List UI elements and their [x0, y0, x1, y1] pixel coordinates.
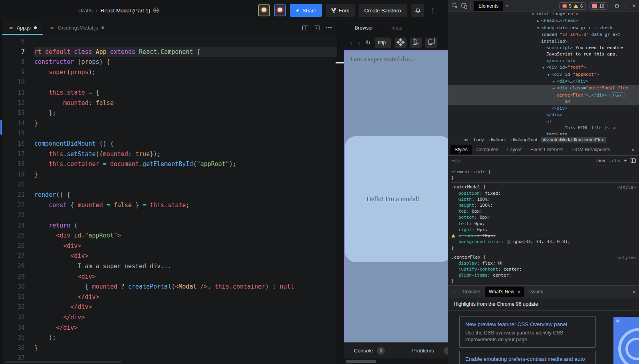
expand-arrow-icon[interactable]: ▶ — [553, 79, 557, 85]
dom-tree-node[interactable]: installed> — [448, 38, 639, 45]
code-line[interactable]: 24 return ( — [2, 221, 337, 231]
css-selector[interactable]: .outerModal — [451, 184, 480, 190]
create-sandbox-button[interactable]: Create Sandbox — [359, 4, 407, 17]
close-tab-icon[interactable]: × — [518, 289, 521, 295]
dom-tree-node[interactable]: </noscript> — [448, 58, 639, 64]
code-line[interactable]: 31 </div> — [2, 292, 337, 303]
css-selector[interactable]: element.style — [451, 169, 486, 174]
preview-tab-Tests[interactable]: Tests — [391, 25, 402, 31]
fork-button[interactable]: Fork — [326, 4, 355, 17]
tab-elements[interactable]: Elements — [474, 1, 503, 11]
code-line[interactable]: 14} — [2, 119, 337, 129]
css-rule[interactable]: .outerModal {<style>position: fixed;widt… — [451, 183, 639, 253]
code-line[interactable]: 29 <div> — [2, 272, 337, 282]
style-source-link[interactable]: <style> — [617, 184, 636, 190]
code-line[interactable]: 15 — [2, 129, 337, 139]
dom-tree-node[interactable]: ▼<div id="appRoot"> — [448, 71, 639, 78]
editor-horizontal-scrollbar[interactable] — [6, 361, 121, 363]
css-property[interactable]: justify-content: center; — [451, 266, 636, 272]
color-swatch[interactable] — [507, 240, 510, 243]
more-tabs-chevron[interactable]: » — [506, 3, 509, 9]
new-style-rule-button[interactable]: + — [624, 158, 627, 163]
back-button[interactable]: ‹ — [349, 40, 354, 46]
drawer-close-button[interactable]: × — [632, 289, 636, 295]
code-line[interactable]: 35 ); — [2, 333, 337, 343]
dom-crumb[interactable]: div#appRoot — [510, 137, 540, 142]
dom-tree-node[interactable]: This HTML file is a — [448, 125, 639, 131]
code-line[interactable]: 33 </div> — [2, 313, 337, 323]
css-property[interactable]: display: flex; — [451, 260, 636, 266]
dom-tree-node[interactable]: ▶<div>…</div> — [448, 78, 639, 85]
dom-tree-node[interactable]: ▼<body data-new-gr-c-s-check- — [448, 25, 639, 32]
css-selector[interactable]: .centerFlex — [451, 255, 480, 260]
css-property[interactable]: align-items: center; — [451, 272, 636, 278]
drawer-menu-button[interactable]: ⋮ — [451, 289, 457, 295]
dom-tree-node[interactable]: == $0 — [448, 99, 639, 105]
style-source-link[interactable]: <style> — [617, 255, 636, 261]
editor-more-button[interactable]: ••• — [325, 25, 332, 31]
inspect-element-button[interactable] — [452, 3, 458, 9]
collapse-arrow-icon[interactable]: ▼ — [542, 65, 546, 71]
code-line[interactable]: 30 { mounted ? createPortal(<Modal />, t… — [2, 282, 337, 292]
css-property[interactable]: width: 100%; — [451, 196, 636, 202]
console-status-badge[interactable]: × 5 6 — [559, 2, 586, 10]
editor-tab-App.js[interactable]: JSApp.js — [2, 21, 44, 35]
code-line[interactable]: 25 <div id="appRoot"> — [2, 231, 337, 241]
css-property[interactable]: height: 100%; — [451, 202, 636, 208]
dom-crumb[interactable]: div#root — [488, 137, 508, 142]
expand-arrow-icon[interactable]: ▶ — [537, 18, 541, 24]
devtools-menu-button[interactable]: ⋮ — [623, 2, 629, 10]
dom-tree-node[interactable]: ▶<head>…</head> — [448, 18, 639, 24]
preview-tab-Browser[interactable]: Browser — [355, 25, 373, 31]
dom-crumb[interactable]: body — [472, 137, 486, 142]
visibility-globe-icon[interactable] — [153, 8, 159, 13]
code-line[interactable]: 19} — [2, 170, 337, 180]
css-property[interactable]: right: 0px; — [451, 227, 636, 233]
panel-resizer[interactable] — [337, 21, 344, 364]
dom-crumb[interactable]: div.outerModal.flex.centerFlex — [541, 137, 606, 142]
dom-tree-node[interactable]: JavaScript to run this app. — [448, 51, 639, 57]
code-line[interactable]: 11 this.state = { — [2, 88, 337, 98]
dom-tree-node[interactable]: loaded="14.1045.0" data-gr-ext- — [448, 32, 639, 38]
code-line[interactable]: 17 this.setState({mounted: true}); — [2, 149, 337, 160]
avatar[interactable] — [274, 4, 286, 16]
device-toolbar-button[interactable] — [461, 3, 467, 9]
whats-new-link[interactable]: New preview feature: CSS Overview panel — [465, 320, 590, 329]
toggle-hover-state[interactable]: :hov — [595, 158, 605, 163]
css-property[interactable]: top: 0px; — [451, 208, 636, 214]
drawer-tab-Issues[interactable]: Issues — [525, 287, 547, 297]
css-rule[interactable]: .centerFlex {<style>display: flex;justif… — [451, 253, 639, 285]
collapse-arrow-icon[interactable]: ▼ — [532, 12, 536, 18]
code-line[interactable]: 6 — [2, 37, 337, 47]
notifications-button[interactable] — [411, 4, 424, 17]
drawer-tab-What's New[interactable]: What's New× — [485, 287, 524, 297]
console-tab[interactable]: Console — [354, 348, 373, 354]
dom-crumb[interactable]: … — [451, 137, 460, 142]
code-line[interactable]: 36} — [2, 343, 337, 354]
preview-scrollbar[interactable] — [346, 360, 376, 363]
dom-tree-node[interactable]: </div> — [448, 105, 639, 112]
dom-tree-node[interactable]: ▶<div class="outerModal flex — [448, 85, 639, 92]
panel-tab-Event Listeners[interactable]: Event Listeners — [526, 145, 568, 154]
drawer-tab-Console[interactable]: Console — [458, 287, 484, 297]
code-line[interactable]: 26 <div> — [2, 241, 337, 251]
code-line[interactable]: 18 this.container = document.getElementB… — [2, 159, 337, 170]
code-line[interactable]: 34 </div> — [2, 323, 337, 333]
open-new-window-button[interactable] — [410, 38, 422, 48]
flex-badge[interactable]: flex — [609, 92, 625, 98]
expand-arrow-icon[interactable]: ▶ — [553, 85, 557, 92]
css-property[interactable]: bottom: 0px; — [451, 214, 636, 220]
browser-viewport[interactable]: I am a super nested div... Hello! I'm a … — [344, 50, 448, 342]
dom-tree-node[interactable]: <noscript> You need to enable — [448, 45, 639, 51]
collapse-arrow-icon[interactable]: ▼ — [548, 72, 552, 78]
css-property[interactable]: position: fixed; — [451, 190, 636, 196]
collapse-arrow-icon[interactable]: ▼ — [537, 25, 541, 32]
issues-badge[interactable]: 10 — [589, 2, 607, 10]
panel-tab-Computed[interactable]: Computed — [472, 145, 502, 154]
refresh-button[interactable]: ↻ — [365, 39, 371, 46]
code-line[interactable]: 21render() { — [2, 190, 337, 200]
code-line[interactable]: 32 </div> — [2, 302, 337, 313]
whats-new-link[interactable]: Enable emulating prefers-contrast media … — [465, 355, 590, 364]
code-line[interactable]: 13 }; — [2, 108, 337, 119]
dom-tree-node[interactable]: centerFlex">…</div>flex — [448, 92, 639, 99]
